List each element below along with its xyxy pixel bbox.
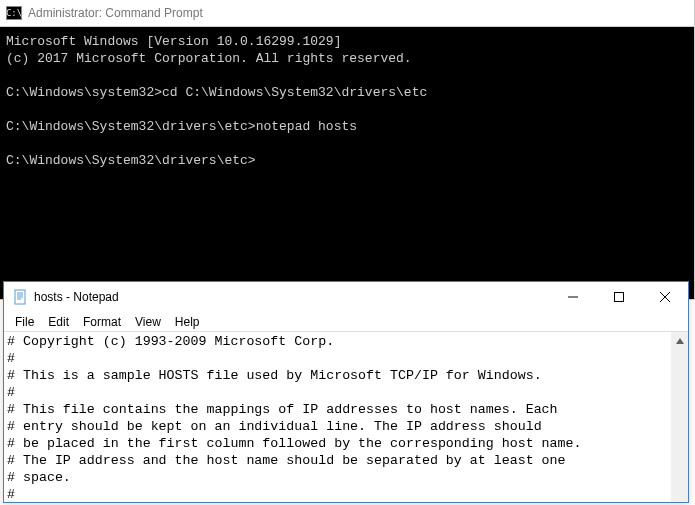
notepad-titlebar[interactable]: hosts - Notepad	[4, 282, 688, 312]
minimize-button[interactable]	[550, 282, 596, 312]
text-line: #	[7, 487, 15, 502]
maximize-button[interactable]	[596, 282, 642, 312]
notepad-icon	[12, 289, 28, 305]
text-line: # The IP address and the host name shoul…	[7, 453, 566, 468]
notepad-title: hosts - Notepad	[34, 290, 119, 304]
text-line: # be placed in the first column followed…	[7, 436, 582, 451]
text-line: # This is a sample HOSTS file used by Mi…	[7, 368, 542, 383]
menu-edit[interactable]: Edit	[41, 313, 76, 331]
menu-format[interactable]: Format	[76, 313, 128, 331]
svg-rect-6	[615, 293, 624, 302]
notepad-body: # Copyright (c) 1993-2009 Microsoft Corp…	[4, 332, 688, 502]
cmd-line: (c) 2017 Microsoft Corporation. All righ…	[6, 51, 412, 66]
cmd-icon: C:\	[6, 6, 22, 20]
notepad-text-area[interactable]: # Copyright (c) 1993-2009 Microsoft Corp…	[4, 332, 671, 502]
scrollbar[interactable]	[671, 332, 688, 502]
text-line: #	[7, 385, 15, 400]
notepad-window: hosts - Notepad File Edit Format View He…	[3, 281, 689, 503]
menu-file[interactable]: File	[8, 313, 41, 331]
cmd-line: C:\Windows\System32\drivers\etc>	[6, 153, 256, 168]
cmd-line: C:\Windows\System32\drivers\etc>notepad …	[6, 119, 357, 134]
cmd-title: Administrator: Command Prompt	[28, 6, 203, 20]
menu-view[interactable]: View	[128, 313, 168, 331]
text-line: # Copyright (c) 1993-2009 Microsoft Corp…	[7, 334, 334, 349]
text-line: # space.	[7, 470, 71, 485]
cmd-line: C:\Windows\system32>cd C:\Windows\System…	[6, 85, 427, 100]
command-prompt-window: C:\ Administrator: Command Prompt Micros…	[0, 0, 695, 300]
text-line: # entry should be kept on an individual …	[7, 419, 542, 434]
menu-help[interactable]: Help	[168, 313, 207, 331]
scroll-up-icon[interactable]	[671, 332, 688, 349]
cmd-titlebar[interactable]: C:\ Administrator: Command Prompt	[0, 0, 694, 27]
text-line: # This file contains the mappings of IP …	[7, 402, 558, 417]
cmd-line: Microsoft Windows [Version 10.0.16299.10…	[6, 34, 341, 49]
cmd-output[interactable]: Microsoft Windows [Version 10.0.16299.10…	[0, 27, 694, 299]
close-button[interactable]	[642, 282, 688, 312]
notepad-menubar: File Edit Format View Help	[4, 312, 688, 332]
text-line: #	[7, 351, 15, 366]
